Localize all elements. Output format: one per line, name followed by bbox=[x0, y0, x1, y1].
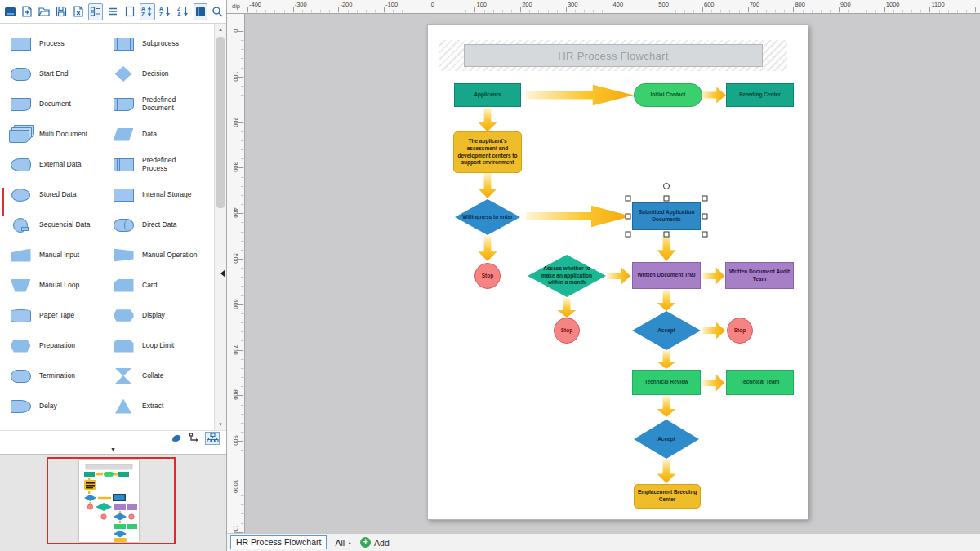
connector-arrow[interactable] bbox=[702, 321, 725, 340]
app-logo-icon[interactable] bbox=[3, 3, 17, 20]
new-page-icon[interactable] bbox=[20, 3, 34, 20]
palette-scrollbar[interactable]: ▴ ▾ bbox=[214, 24, 226, 430]
palette-shape-item[interactable]: Subprocess bbox=[111, 29, 214, 59]
sheet-tab[interactable]: HR Process Flowchart bbox=[230, 535, 327, 549]
connector-arrow[interactable] bbox=[701, 86, 726, 104]
resize-handle[interactable] bbox=[626, 232, 631, 238]
palette-shape-item[interactable]: Termination bbox=[8, 361, 111, 391]
org-chart-icon[interactable] bbox=[205, 432, 220, 445]
node-stop-assess[interactable]: Stop bbox=[554, 318, 580, 344]
connector-arrow[interactable] bbox=[477, 236, 498, 261]
collapse-panel-left-icon[interactable] bbox=[220, 269, 225, 278]
palette-shape-item[interactable]: Data bbox=[111, 119, 214, 149]
node-written-audit[interactable]: Written Document Audit Team bbox=[725, 262, 794, 289]
scrollbar-thumb[interactable] bbox=[216, 37, 225, 208]
node-technical-team[interactable]: Technical Team bbox=[726, 370, 794, 395]
node-technical-review[interactable]: Technical Review bbox=[632, 370, 701, 395]
blank-page-icon[interactable] bbox=[122, 3, 137, 20]
resize-handle[interactable] bbox=[702, 196, 708, 202]
node-written-trial[interactable]: Written Document Trial bbox=[632, 262, 701, 289]
node-accept-decision-2[interactable]: Accept bbox=[634, 420, 699, 459]
palette-shape-item[interactable]: External Data bbox=[8, 149, 111, 180]
open-folder-icon[interactable] bbox=[37, 3, 51, 20]
title-banner-band: HR Process Flowchart bbox=[439, 40, 787, 71]
palette-shape-item[interactable]: Document bbox=[8, 89, 111, 119]
palette-shape-item[interactable]: Loop Limit bbox=[111, 331, 214, 361]
node-accept-decision-1[interactable]: Accept bbox=[632, 311, 701, 350]
connector-arrow[interactable] bbox=[526, 83, 634, 107]
connector-arrow[interactable] bbox=[656, 232, 677, 261]
search-icon[interactable] bbox=[210, 3, 225, 20]
palette-shape-item[interactable]: Display bbox=[111, 300, 214, 331]
palette-shape-item[interactable]: Direct Data bbox=[111, 210, 214, 240]
connector-arrow[interactable] bbox=[702, 373, 724, 393]
palette-shape-item[interactable]: Manual Input bbox=[8, 240, 111, 270]
shape-palette: Process Subprocess Start End Dec bbox=[0, 23, 226, 430]
ruler-tick-label: 700 bbox=[750, 1, 760, 8]
node-submitted-documents[interactable]: Submitted Application Documents bbox=[632, 202, 701, 230]
menu-icon[interactable] bbox=[105, 3, 120, 20]
delete-page-icon[interactable] bbox=[71, 3, 86, 20]
view-details-icon[interactable] bbox=[88, 3, 103, 20]
rotate-handle[interactable] bbox=[663, 183, 670, 189]
node-breeding-center[interactable]: Breeding Center bbox=[726, 83, 794, 107]
node-emplacement[interactable]: Emplacement Breeding Center bbox=[634, 484, 701, 509]
palette-shape-item[interactable]: Multi Document bbox=[8, 119, 111, 149]
connector-arrow[interactable] bbox=[526, 204, 631, 229]
document-page[interactable]: HR Process Flowchart Applicants Initial … bbox=[427, 24, 808, 520]
collapse-down-icon[interactable]: ▼ bbox=[110, 447, 116, 452]
add-sheet-button[interactable]: + Add bbox=[360, 537, 390, 548]
palette-shape-item[interactable]: Sequencial Data bbox=[8, 210, 111, 240]
node-applicants[interactable]: Applicants bbox=[454, 83, 521, 107]
sort-descending-icon[interactable]: ZA bbox=[176, 3, 191, 20]
connector-arrow[interactable] bbox=[702, 266, 724, 286]
shape-preview-icon bbox=[111, 38, 136, 51]
palette-shape-item[interactable]: Extract bbox=[111, 391, 214, 421]
resize-handle[interactable] bbox=[702, 214, 708, 220]
palette-shape-item[interactable]: Predefined Process bbox=[111, 149, 214, 180]
palette-shape-item[interactable]: Decision bbox=[111, 59, 214, 89]
palette-shape-item[interactable]: Card bbox=[111, 270, 214, 300]
palette-shape-item[interactable]: Collate bbox=[111, 361, 214, 391]
shape-label: Preparation bbox=[39, 342, 98, 350]
palette-shape-item[interactable]: Predefined Document bbox=[111, 89, 214, 119]
palette-shape-item[interactable]: Manual Operation bbox=[111, 240, 214, 270]
connector-arrow[interactable] bbox=[607, 266, 630, 286]
sort-toggle-icon[interactable]: AZ bbox=[140, 3, 155, 20]
sort-ascending-icon[interactable]: AZ bbox=[158, 3, 173, 20]
connector-arrow[interactable] bbox=[656, 396, 677, 417]
node-stop-accept[interactable]: Stop bbox=[727, 318, 753, 344]
diagram-title[interactable]: HR Process Flowchart bbox=[464, 44, 763, 67]
node-initial-contact[interactable]: Initial Contact bbox=[634, 83, 702, 107]
freeform-icon[interactable] bbox=[169, 432, 184, 445]
connector-icon[interactable] bbox=[187, 432, 202, 445]
palette-shape-item[interactable]: Paper Tape bbox=[8, 300, 111, 331]
scroll-down-icon[interactable]: ▾ bbox=[215, 419, 226, 430]
scroll-up-icon[interactable]: ▴ bbox=[215, 24, 226, 35]
node-willingness-decision[interactable]: Willingness to enter bbox=[455, 199, 520, 235]
connector-arrow[interactable] bbox=[656, 350, 677, 369]
resize-handle[interactable] bbox=[702, 232, 708, 238]
palette-shape-item[interactable]: Internal Storage bbox=[111, 180, 214, 210]
navigator-viewport-rect[interactable] bbox=[47, 457, 176, 544]
node-stop-willingness[interactable]: Stop bbox=[474, 263, 501, 289]
node-assess-decision[interactable]: Assess whether to make an application wi… bbox=[528, 255, 606, 297]
connector-arrow[interactable] bbox=[656, 290, 677, 311]
resize-handle[interactable] bbox=[626, 196, 631, 202]
library-icon[interactable] bbox=[194, 3, 207, 20]
connector-arrow[interactable] bbox=[477, 108, 498, 131]
connector-arrow[interactable] bbox=[477, 173, 498, 198]
palette-shape-item[interactable]: Process bbox=[8, 29, 111, 59]
sheet-filter-dropdown[interactable]: All ▲ bbox=[335, 538, 352, 548]
connector-arrow[interactable] bbox=[556, 298, 577, 318]
palette-shape-item[interactable]: Preparation bbox=[8, 331, 111, 361]
palette-shape-item[interactable]: Delay bbox=[8, 391, 111, 421]
connector-arrow[interactable] bbox=[656, 459, 677, 483]
node-assessment[interactable]: The applicant's assessment and developme… bbox=[453, 131, 522, 173]
palette-shape-item[interactable]: Manual Loop bbox=[8, 270, 111, 300]
palette-shape-item[interactable]: Start End bbox=[8, 59, 111, 89]
drawing-canvas[interactable]: HR Process Flowchart Applicants Initial … bbox=[245, 14, 980, 533]
resize-handle[interactable] bbox=[664, 196, 670, 202]
palette-shape-item[interactable]: Stored Data bbox=[8, 180, 111, 210]
save-icon[interactable] bbox=[54, 3, 69, 20]
